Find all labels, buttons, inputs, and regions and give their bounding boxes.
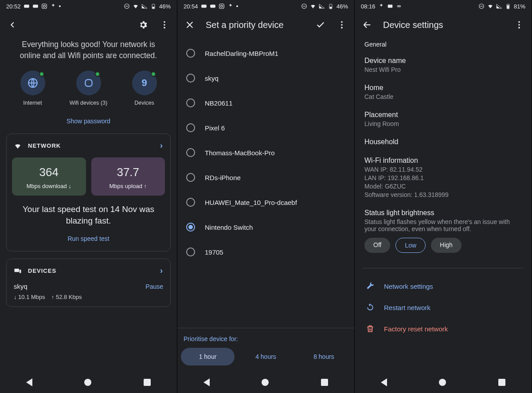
overflow-menu-button[interactable] [333,16,351,34]
priority-device-list: RachelDarling-MBProM1skyqNB20611Pixel 6T… [182,37,350,268]
priority-device-option[interactable]: 19705 [183,240,349,264]
youtube-icon [32,3,39,9]
duration-chip[interactable]: 4 hours [239,348,293,365]
phone-screen-2: 20:54 • 46% Set a priority device Rachel… [177,0,355,393]
priority-device-option[interactable]: HUAWEI_Mate_10_Pro-dcaebf [183,190,349,215]
general-section-label: General [363,37,524,54]
priority-device-option[interactable]: RachelDarling-MBProM1 [183,41,349,66]
close-button[interactable] [181,16,199,34]
priority-device-option[interactable]: RDs-iPhone [183,165,349,190]
page-title: Device settings [379,20,507,30]
restart-network-action[interactable]: Restart network [363,297,524,318]
placement-setting[interactable]: Placement Living Room [363,108,524,135]
nav-back-button[interactable] [203,378,210,386]
priority-duration-footer: Prioritise device for: 1 hour4 hours8 ho… [177,328,354,372]
duration-chip[interactable]: 1 hour [181,348,235,365]
svg-rect-14 [20,270,21,273]
svg-rect-28 [480,6,483,6]
duration-chip-row: 1 hour4 hours8 hours [181,348,351,365]
devices-count: 9 [141,77,147,89]
infinity-icon [396,3,402,9]
devices-tile[interactable]: 9 Devices [125,71,164,106]
status-time: 08:16 [361,3,376,10]
setting-description: Status light flashes yellow when there's… [364,218,522,232]
priority-device-option[interactable]: NB20611 [183,90,349,115]
pause-device-button[interactable]: Pause [145,283,163,290]
android-nav-bar [177,372,354,393]
setting-key: Placement [364,111,522,119]
priority-device-option[interactable]: Nintendo Switch [183,215,349,240]
overflow-menu-button[interactable] [156,16,173,34]
nav-home-button[interactable] [262,379,269,386]
nav-back-button[interactable] [381,378,387,386]
nav-recent-button[interactable] [321,379,328,386]
more-notifications-dot: • [236,3,239,9]
run-speed-test-button[interactable]: Run speed test [7,228,170,251]
wifi-icon [487,3,493,9]
wifi-icon [14,142,22,150]
model: Model: G6ZUC [364,183,522,190]
overflow-menu-button[interactable] [510,16,528,34]
back-button[interactable] [4,16,21,34]
device-name: skyq [14,283,27,290]
trash-icon [365,324,375,333]
priority-device-option[interactable]: Pixel 6 [183,115,349,140]
svg-rect-0 [24,5,29,8]
svg-point-9 [164,24,165,26]
nav-home-button[interactable] [84,379,91,386]
show-password-button[interactable]: Show password [6,110,171,134]
brightness-low-chip[interactable]: Low [395,238,426,253]
status-bar: 08:16 81% [355,0,532,12]
nav-recent-button[interactable] [498,379,505,386]
household-setting[interactable]: Household [363,135,524,154]
device-option-label: HUAWEI_Mate_10_Pro-dcaebf [205,199,297,206]
confirm-button[interactable] [312,16,329,34]
svg-point-32 [518,24,520,26]
status-battery: 46% [336,3,348,10]
android-nav-bar [355,372,532,393]
dnd-icon [478,3,485,9]
network-card-header[interactable]: NETWORK › [7,134,170,157]
setting-value: Cat Castle [364,93,522,100]
settings-gear-button[interactable] [134,16,152,34]
devices-icon [14,267,22,275]
home-setting[interactable]: Home Cat Castle [363,81,524,108]
device-option-label: skyq [205,75,219,82]
radio-icon [186,173,195,182]
device-name-setting[interactable]: Device name Nest Wifi Pro [363,54,524,81]
brightness-off-chip[interactable]: Off [364,238,390,253]
status-bar: 20:52 • 46% [0,0,177,12]
download-unit: Mbps download ↓ [16,183,82,189]
priority-device-option[interactable]: skyq [183,66,349,90]
nav-home-button[interactable] [439,379,446,386]
nav-recent-button[interactable] [144,379,151,386]
brightness-high-chip[interactable]: High [431,238,462,253]
nav-back-button[interactable] [26,378,32,386]
more-notifications-dot: • [59,3,61,9]
svg-rect-15 [201,5,207,8]
chevron-right-icon: › [160,266,163,275]
app-bar: Device settings [355,12,532,37]
setting-key: Device name [364,57,522,65]
back-button[interactable] [358,16,376,34]
factory-reset-action[interactable]: Factory reset network [363,318,524,339]
wifi-devices-tile[interactable]: Wifi devices (3) [69,71,109,106]
notification-icon [378,3,384,9]
duration-chip[interactable]: 8 hours [297,348,351,365]
notification-badge-icon [387,3,393,9]
device-option-label: 19705 [205,248,223,256]
lan-ip: LAN IP: 192.168.86.1 [364,174,522,181]
wifi-info-setting[interactable]: Wi-Fi information WAN IP: 82.11.94.52 LA… [363,154,524,206]
youtube-icon [210,3,216,9]
setting-key: Household [364,138,522,146]
app-bar: Set a priority device [177,12,354,37]
status-ok-dot [151,71,156,77]
priority-duration-label: Prioritise device for: [181,334,351,348]
network-settings-action[interactable]: Network settings [363,275,524,297]
network-card: NETWORK › 364 Mbps download ↓ 37.7 Mbps … [6,134,171,252]
devices-card-header[interactable]: DEVICES › [7,259,170,280]
setting-value: Nest Wifi Pro [364,66,522,73]
internet-tile[interactable]: Internet [13,71,53,106]
status-battery: 81% [514,3,525,10]
priority-device-option[interactable]: Thomass-MacBook-Pro [183,140,349,165]
